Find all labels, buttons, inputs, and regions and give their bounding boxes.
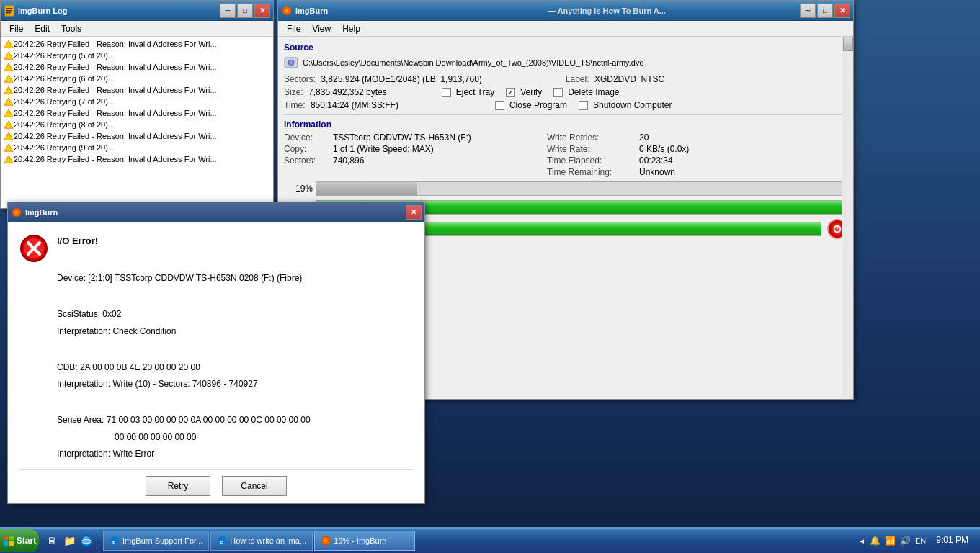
main-menu-file[interactable]: File xyxy=(281,22,306,35)
svg-text:!: ! xyxy=(8,99,10,106)
eject-tray-label: Eject Tray xyxy=(456,87,494,97)
main-menu-help[interactable]: Help xyxy=(337,22,366,35)
log-menu-edit[interactable]: Edit xyxy=(29,22,55,35)
cancel-button[interactable]: Cancel xyxy=(222,476,287,496)
imgburn-taskbar-icon xyxy=(321,536,331,546)
svg-text:!: ! xyxy=(8,157,10,163)
eject-tray-checkbox[interactable] xyxy=(442,88,451,97)
svg-text:!: ! xyxy=(8,134,10,140)
shutdown-checkbox-row[interactable]: Shutdown Computer xyxy=(579,100,672,110)
tray-icon-4: EN xyxy=(915,536,926,545)
sectors-row: Sectors: 3,825,924 (MODE1/2048) (LB: 1,9… xyxy=(284,74,847,84)
warning-icon: ! xyxy=(4,143,14,153)
svg-text:!: ! xyxy=(8,65,10,71)
tray-icon-3: 🔊 xyxy=(900,536,911,546)
log-line: ! 20:42:26 Retrying (8 of 20)... xyxy=(2,119,272,130)
log-title-bar: ImgBurn Log ─ □ ✕ xyxy=(1,1,273,21)
interpretation2-text: Interpretation: Write (10) - Sectors: 74… xyxy=(57,377,413,391)
log-minimize-button[interactable]: ─ xyxy=(220,4,236,18)
log-menu-tools[interactable]: Tools xyxy=(55,22,87,35)
log-line: ! 20:42:26 Retry Failed - Reason: Invali… xyxy=(2,153,272,165)
quick-icon-explorer[interactable]: 📁 xyxy=(62,534,76,548)
warning-icon: ! xyxy=(4,73,14,84)
scrollbar-thumb[interactable] xyxy=(843,37,853,51)
main-minimize-button[interactable]: ─ xyxy=(800,4,816,18)
imgburn-dialog-icon xyxy=(11,207,22,218)
start-button[interactable]: Start xyxy=(0,529,39,552)
error-dialog-title-bar: ImgBurn ✕ xyxy=(8,202,424,222)
quick-launch: 🖥 📁 xyxy=(42,534,97,548)
sense-label-text: Sense Area: 71 00 03 00 00 00 00 0A 00 0… xyxy=(57,413,413,427)
svg-text:e: e xyxy=(220,539,223,545)
copy-value: 1 of 1 (Write Speed: MAX) xyxy=(333,144,541,154)
svg-rect-41 xyxy=(4,541,8,546)
time-remaining-label: Time Remaining: xyxy=(547,167,633,177)
ie-icon xyxy=(80,534,93,547)
svg-text:e: e xyxy=(112,539,116,545)
dialog-top: I/O Error! Device: [2:1:0] TSSTcorp CDDV… xyxy=(19,234,413,464)
main-window-controls: ─ □ ✕ xyxy=(800,4,850,18)
eject-tray-checkbox-row[interactable]: Eject Tray xyxy=(442,87,494,97)
label-value: XGD2DVD_NTSC xyxy=(594,74,664,84)
time-remaining-value: Unknown xyxy=(639,167,847,177)
taskbar-item-imgburn-progress[interactable]: 19% - ImgBurn xyxy=(314,531,415,551)
dvd-drive-icon xyxy=(284,55,298,70)
verify-checkbox[interactable]: ✓ xyxy=(506,88,515,97)
tray-arrow[interactable]: ◄ xyxy=(858,537,865,545)
divider xyxy=(284,114,847,115)
warning-icon: ! xyxy=(4,50,14,60)
dialog-text: I/O Error! Device: [2:1:0] TSSTcorp CDDV… xyxy=(57,234,413,464)
sectors-value: 3,825,924 (MODE1/2048) (LB: 1,913,760) xyxy=(321,74,481,84)
svg-rect-2 xyxy=(6,10,12,12)
quick-icon-browser1[interactable] xyxy=(79,534,94,548)
error-dialog-controls: ✕ xyxy=(406,205,422,220)
delete-image-label: Delete Image xyxy=(568,87,619,97)
taskbar-item-howto[interactable]: e How to write an ima... xyxy=(210,531,313,551)
close-program-checkbox[interactable] xyxy=(495,101,504,110)
warning-icon: ! xyxy=(4,120,14,130)
delete-image-checkbox-row[interactable]: Delete Image xyxy=(553,87,619,97)
sectors-info-label: Sectors: xyxy=(284,156,327,166)
svg-text:!: ! xyxy=(8,145,10,152)
svg-rect-3 xyxy=(6,12,11,14)
log-maximize-button[interactable]: □ xyxy=(237,4,253,18)
interpretation1-text: Interpretation: Check Condition xyxy=(57,325,413,338)
taskbar-item-imgburn-support[interactable]: e ImgBurn Support For... xyxy=(103,531,209,551)
main-menu-bar: File View Help xyxy=(278,21,853,37)
warning-icon: ! xyxy=(4,154,14,164)
main-title-text: ImgBurn xyxy=(295,6,548,15)
info-section-title: Information xyxy=(284,120,847,130)
ie-taskbar-icon: e xyxy=(110,536,120,546)
svg-rect-40 xyxy=(9,536,14,540)
interpretation3-text: Interpretation: Write Error xyxy=(57,447,413,461)
system-tray: ◄ 🔔 📶 🔊 EN 9:01 PM xyxy=(852,535,980,547)
size-label: Size: xyxy=(284,87,303,97)
log-menu-bar: File Edit Tools xyxy=(1,21,273,37)
taskbar-item-3-label: 19% - ImgBurn xyxy=(334,536,386,545)
delete-image-checkbox[interactable] xyxy=(553,88,563,97)
shutdown-checkbox[interactable] xyxy=(579,101,588,110)
main-close-button[interactable]: ✕ xyxy=(834,4,850,18)
svg-text:!: ! xyxy=(8,53,10,60)
log-menu-file[interactable]: File xyxy=(4,22,29,35)
write-retries-label: Write Retries: xyxy=(547,132,633,143)
quick-icon-desktop[interactable]: 🖥 xyxy=(45,534,59,548)
main-maximize-button[interactable]: □ xyxy=(817,4,833,18)
imgburn-icon xyxy=(281,5,293,17)
svg-point-34 xyxy=(15,211,18,214)
close-program-checkbox-row[interactable]: Close Program xyxy=(495,100,567,110)
dialog-buttons: Retry Cancel xyxy=(19,469,413,496)
source-row: C:\Users\Lesley\Documents\Newsbin Downlo… xyxy=(284,55,847,70)
retry-button[interactable]: Retry xyxy=(146,476,210,496)
log-close-button[interactable]: ✕ xyxy=(254,4,270,18)
svg-point-49 xyxy=(324,539,327,542)
log-line: ! 20:42:26 Retry Failed - Reason: Invali… xyxy=(2,61,272,73)
close-program-label: Close Program xyxy=(509,100,567,110)
verify-checkbox-row[interactable]: ✓ Verify xyxy=(506,87,542,97)
warning-icon: ! xyxy=(4,108,14,118)
error-dialog-close-button[interactable]: ✕ xyxy=(406,205,422,220)
main-scrollbar[interactable] xyxy=(842,37,853,399)
main-menu-view[interactable]: View xyxy=(306,22,337,35)
time-elapsed-value: 00:23:34 xyxy=(639,156,847,166)
log-line: ! 20:42:26 Retry Failed - Reason: Invali… xyxy=(2,130,272,142)
